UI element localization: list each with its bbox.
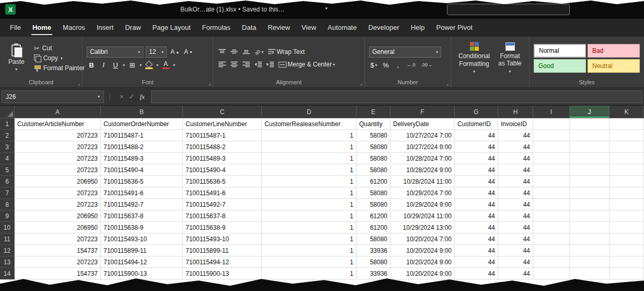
column-header-D[interactable]: D	[262, 106, 356, 118]
cell-E4[interactable]: 58080	[356, 153, 390, 164]
column-header-C[interactable]: C	[183, 106, 262, 118]
cell-D2[interactable]: 1	[262, 130, 356, 141]
cell-F1[interactable]: DeliveryDate	[390, 118, 455, 130]
merge-center-button[interactable]: Merge & Center▾	[278, 60, 336, 70]
cell-C8[interactable]: 7100115492-7	[183, 199, 262, 210]
cell-B14[interactable]: 7100115900-13	[101, 268, 183, 279]
cell-G13[interactable]: 44	[455, 256, 498, 268]
align-left-button[interactable]	[217, 60, 227, 70]
cell-H13[interactable]: 44	[498, 256, 533, 268]
cell-J1[interactable]	[570, 118, 610, 130]
cell-H10[interactable]: 44	[498, 222, 533, 233]
font-size-select[interactable]: 12▾	[146, 47, 167, 58]
ribbon-tab-view[interactable]: View	[296, 19, 322, 37]
font-color-button[interactable]: A	[161, 60, 170, 70]
cell-A8[interactable]: 207223	[15, 199, 101, 210]
cell-I9[interactable]	[533, 210, 570, 222]
select-all-button[interactable]	[0, 106, 15, 118]
cell-D9[interactable]: 1	[262, 210, 356, 222]
dialog-launcher-icon[interactable]: ⌟	[360, 81, 362, 86]
cell-J12[interactable]	[570, 245, 610, 256]
enter-icon[interactable]: ✓	[129, 93, 135, 100]
cell-I10[interactable]	[533, 222, 570, 233]
cell-B13[interactable]: 7100115494-12	[101, 256, 183, 268]
cell-K7[interactable]	[610, 187, 644, 199]
decrease-font-size-button[interactable]: A▼	[183, 47, 194, 57]
underline-button[interactable]: U	[111, 60, 120, 70]
cell-K4[interactable]	[610, 153, 644, 164]
ribbon-tab-data[interactable]: Data	[236, 19, 262, 37]
wrap-text-button[interactable]: Wrap Text	[267, 47, 306, 57]
chevron-down-icon[interactable]: ▾	[140, 63, 142, 68]
cut-button[interactable]: ✂ Cut	[33, 44, 86, 52]
ribbon-tab-draw[interactable]: Draw	[119, 19, 146, 37]
cell-K6[interactable]	[610, 176, 644, 187]
decrease-indent-button[interactable]	[254, 60, 263, 70]
column-header-F[interactable]: F	[390, 106, 455, 118]
cell-C2[interactable]: 7100115487-1	[183, 130, 262, 141]
cell-B3[interactable]: 7100115488-2	[101, 141, 183, 153]
row-header-13[interactable]: 13	[0, 256, 15, 268]
cell-E11[interactable]: 58080	[356, 233, 390, 245]
cell-K3[interactable]	[610, 141, 644, 153]
cell-F2[interactable]: 10/27/2024 7:00	[390, 130, 455, 141]
ribbon-tab-formulas[interactable]: Formulas	[197, 19, 236, 37]
cell-I8[interactable]	[533, 199, 570, 210]
ribbon-tab-insert[interactable]: Insert	[91, 19, 120, 37]
align-right-button[interactable]	[242, 60, 251, 70]
style-chip-bad[interactable]: Bad	[588, 44, 640, 58]
cell-K1[interactable]	[610, 118, 644, 130]
cell-E3[interactable]: 58080	[356, 141, 390, 153]
column-header-A[interactable]: A	[15, 106, 101, 118]
cell-A10[interactable]: 206950	[15, 222, 101, 233]
format-as-table-button[interactable]: Format as Table▾	[495, 39, 525, 77]
cell-H2[interactable]: 44	[498, 130, 533, 141]
cell-C13[interactable]: 7100115494-12	[183, 256, 262, 268]
percent-button[interactable]: %	[381, 60, 390, 70]
cell-F3[interactable]: 10/27/2024 9:00	[390, 141, 455, 153]
column-header-K[interactable]: K	[610, 106, 644, 118]
cell-C7[interactable]: 7100115491-6	[183, 187, 262, 199]
ribbon-tab-power-pivot[interactable]: Power Pivot	[430, 19, 478, 37]
cell-H3[interactable]: 44	[498, 141, 533, 153]
cell-K2[interactable]	[610, 130, 644, 141]
cell-E12[interactable]: 33936	[356, 245, 390, 256]
conditional-formatting-button[interactable]: Conditional Formatting▾	[455, 39, 493, 77]
cell-G9[interactable]: 44	[455, 210, 498, 222]
row-header-12[interactable]: 12	[0, 245, 15, 256]
cell-E13[interactable]: 58080	[356, 256, 390, 268]
cell-H14[interactable]: 44	[498, 268, 533, 279]
cell-H5[interactable]: 44	[498, 164, 533, 176]
cell-B2[interactable]: 7100115487-1	[101, 130, 183, 141]
cell-J9[interactable]	[570, 210, 610, 222]
align-center-button[interactable]	[229, 60, 239, 70]
fill-color-button[interactable]	[144, 60, 154, 70]
cell-F10[interactable]: 10/29/2024 13:00	[390, 222, 455, 233]
column-header-B[interactable]: B	[101, 106, 183, 118]
cell-K13[interactable]	[610, 256, 644, 268]
cell-A5[interactable]: 207223	[15, 164, 101, 176]
cell-C3[interactable]: 7100115488-2	[183, 141, 262, 153]
cell-E14[interactable]: 33936	[356, 268, 390, 279]
cell-D12[interactable]: 1	[262, 245, 356, 256]
ribbon-tab-page-layout[interactable]: Page Layout	[147, 19, 197, 37]
orientation-button[interactable]: ab▾	[254, 47, 264, 57]
cell-I6[interactable]	[533, 176, 570, 187]
cell-I1[interactable]	[533, 118, 570, 130]
cell-H7[interactable]: 44	[498, 187, 533, 199]
cell-E5[interactable]: 58080	[356, 164, 390, 176]
cell-F9[interactable]: 10/29/2024 11:00	[390, 210, 455, 222]
row-header-2[interactable]: 2	[0, 130, 15, 141]
cell-D7[interactable]: 1	[262, 187, 356, 199]
cell-D4[interactable]: 1	[262, 153, 356, 164]
cell-F13[interactable]: 10/20/2024 9:00	[390, 256, 455, 268]
cell-H6[interactable]: 44	[498, 176, 533, 187]
cell-C5[interactable]: 7100115490-4	[183, 164, 262, 176]
cell-B10[interactable]: 7100115638-9	[101, 222, 183, 233]
cell-F6[interactable]: 10/28/2024 11:00	[390, 176, 455, 187]
row-header-5[interactable]: 5	[0, 164, 15, 176]
style-chip-normal[interactable]: Normal	[534, 44, 586, 58]
cell-J10[interactable]	[570, 222, 610, 233]
cell-D1[interactable]: CustomerRealeaseNumber	[262, 118, 356, 130]
style-chip-good[interactable]: Good	[534, 59, 586, 73]
